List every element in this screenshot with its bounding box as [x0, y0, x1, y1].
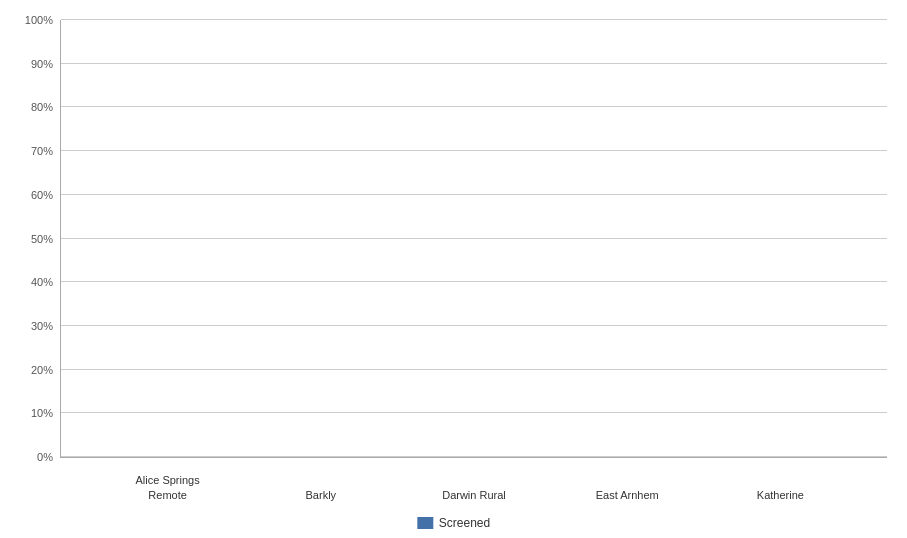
x-axis-label: East Arnhem: [582, 488, 672, 502]
chart-container: 0%10%20%30%40%50%60%70%80%90%100% Alice …: [0, 0, 907, 538]
y-axis-label: 20%: [31, 364, 53, 376]
chart-area: 0%10%20%30%40%50%60%70%80%90%100% Alice …: [60, 20, 887, 458]
y-axis-label: 10%: [31, 407, 53, 419]
y-axis-label: 30%: [31, 320, 53, 332]
y-axis-label: 100%: [25, 14, 53, 26]
y-axis-label: 90%: [31, 58, 53, 70]
legend: Screened: [417, 516, 490, 530]
legend-color-box: [417, 517, 433, 529]
y-axis-label: 40%: [31, 276, 53, 288]
y-axis-label: 0%: [37, 451, 53, 463]
x-axis-label: Darwin Rural: [429, 488, 519, 502]
x-axis-label: Alice SpringsRemote: [123, 473, 213, 502]
y-axis-label: 50%: [31, 233, 53, 245]
y-axis-label: 70%: [31, 145, 53, 157]
y-axis-label: 80%: [31, 101, 53, 113]
bars-area: Alice SpringsRemoteBarklyDarwin RuralEas…: [61, 20, 887, 457]
x-axis-label: Barkly: [276, 488, 366, 502]
y-axis-label: 60%: [31, 189, 53, 201]
x-axis-label: Katherine: [735, 488, 825, 502]
legend-label: Screened: [439, 516, 490, 530]
